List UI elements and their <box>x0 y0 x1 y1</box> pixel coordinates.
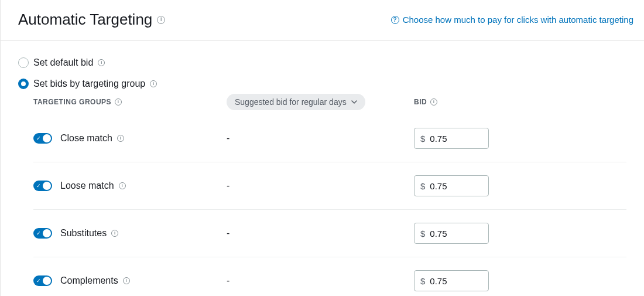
check-icon: ✓ <box>36 230 41 236</box>
check-icon: ✓ <box>36 278 41 284</box>
group-toggle[interactable]: ✓ <box>33 133 52 144</box>
currency-symbol: $ <box>420 276 425 286</box>
suggested-bid-cell: - <box>227 133 414 144</box>
info-icon[interactable] <box>123 277 130 284</box>
info-icon[interactable] <box>98 59 105 66</box>
bid-cell: $ <box>414 175 489 196</box>
group-label: Complements <box>60 275 130 286</box>
bid-cell: $ <box>414 223 489 244</box>
group-label: Loose match <box>60 181 126 191</box>
suggested-bid-dropdown-label: Suggested bid for regular days <box>235 97 347 107</box>
help-link-text: Choose how much to pay for clicks with a… <box>403 15 633 25</box>
bid-header-text: BID <box>414 98 427 106</box>
body: Set default bid Set bids by targeting gr… <box>1 41 644 296</box>
radio-label: Set bids by targeting group <box>33 79 145 89</box>
suggested-bid-cell: - <box>227 275 414 286</box>
targeting-groups-header-text: TARGETING GROUPS <box>33 98 111 106</box>
suggested-bid-value: - <box>227 228 229 238</box>
group-name-cell: ✓Loose match <box>33 181 227 191</box>
suggested-bid-cell: - <box>227 181 414 191</box>
suggested-bid-value: - <box>227 133 229 143</box>
bid-input-wrapper[interactable]: $ <box>414 223 489 244</box>
column-headers: TARGETING GROUPS Suggested bid for regul… <box>18 94 626 110</box>
toggle-knob <box>43 229 51 237</box>
question-icon <box>391 16 399 24</box>
page-title-text: Automatic Targeting <box>18 11 152 29</box>
suggested-bid-dropdown[interactable]: Suggested bid for regular days <box>227 94 365 110</box>
info-icon[interactable] <box>150 80 157 87</box>
header: Automatic Targeting Choose how much to p… <box>1 0 644 41</box>
suggested-bid-cell: - <box>227 228 414 239</box>
radio-label: Set default bid <box>33 57 93 68</box>
group-name-cell: ✓Complements <box>33 275 227 286</box>
bid-input[interactable] <box>430 134 465 144</box>
bid-input[interactable] <box>430 181 465 191</box>
bid-input-wrapper[interactable]: $ <box>414 270 489 291</box>
help-link[interactable]: Choose how much to pay for clicks with a… <box>391 15 633 25</box>
bid-input[interactable] <box>430 276 465 286</box>
bid-input-wrapper[interactable]: $ <box>414 128 489 149</box>
targeting-group-row: ✓Complements-$ <box>33 257 626 296</box>
info-icon[interactable] <box>430 98 437 106</box>
page-title: Automatic Targeting <box>18 11 165 29</box>
group-name-cell: ✓Close match <box>33 133 227 144</box>
check-icon: ✓ <box>36 135 41 141</box>
currency-symbol: $ <box>420 229 425 239</box>
toggle-knob <box>43 134 51 142</box>
group-toggle[interactable]: ✓ <box>33 181 52 191</box>
suggested-bid-value: - <box>227 181 229 190</box>
group-label: Close match <box>60 133 124 144</box>
bid-cell: $ <box>414 128 489 149</box>
group-label-text: Substitutes <box>60 228 107 239</box>
bid-input-wrapper[interactable]: $ <box>414 175 489 196</box>
targeting-group-row: ✓Substitutes-$ <box>33 210 626 257</box>
check-icon: ✓ <box>36 183 41 189</box>
group-label-text: Loose match <box>60 181 114 191</box>
bid-header: BID <box>414 98 437 106</box>
toggle-knob <box>43 277 51 285</box>
radio-checked-icon[interactable] <box>18 79 29 89</box>
radio-option-group-bid[interactable]: Set bids by targeting group <box>18 79 626 89</box>
group-label-text: Complements <box>60 275 118 286</box>
group-toggle[interactable]: ✓ <box>33 275 52 286</box>
radio-option-default-bid[interactable]: Set default bid <box>18 57 626 68</box>
currency-symbol: $ <box>420 181 425 191</box>
radio-unchecked-icon[interactable] <box>18 57 29 68</box>
suggested-bid-value: - <box>227 275 229 285</box>
targeting-groups-header: TARGETING GROUPS <box>33 98 227 106</box>
bid-cell: $ <box>414 270 489 291</box>
group-toggle[interactable]: ✓ <box>33 228 52 239</box>
group-label-text: Close match <box>60 133 112 144</box>
chevron-down-icon <box>351 99 357 105</box>
toggle-knob <box>43 182 51 190</box>
info-icon[interactable] <box>119 182 126 189</box>
info-icon[interactable] <box>157 16 165 24</box>
currency-symbol: $ <box>420 134 425 144</box>
targeting-group-row: ✓Close match-$ <box>33 115 626 162</box>
group-name-cell: ✓Substitutes <box>33 228 227 239</box>
bid-input[interactable] <box>430 229 465 239</box>
group-label: Substitutes <box>60 228 118 239</box>
suggested-bid-header: Suggested bid for regular days <box>227 94 414 110</box>
targeting-group-row: ✓Loose match-$ <box>33 162 626 210</box>
info-icon[interactable] <box>111 230 118 237</box>
targeting-group-list: ✓Close match-$✓Loose match-$✓Substitutes… <box>18 115 626 296</box>
info-icon[interactable] <box>117 135 124 142</box>
info-icon[interactable] <box>115 98 122 106</box>
